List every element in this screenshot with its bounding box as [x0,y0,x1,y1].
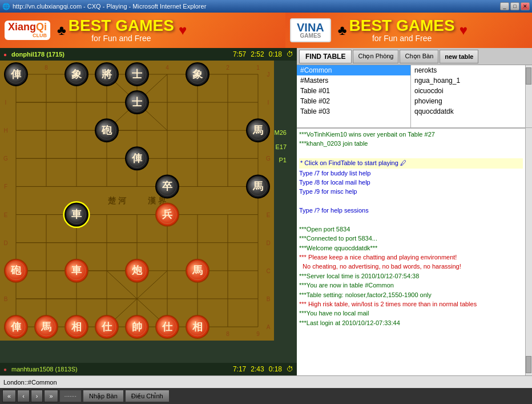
table-item-0[interactable]: #Common [297,65,410,75]
bottom-time-3: 0:18 [269,365,282,373]
chat-container: ***VoTinhKiem10 wins over yenbait on Tab… [297,128,532,375]
find-table-button[interactable]: FIND TABLE [299,50,352,63]
top-player-times: 7:57 2:52 0:18 ⏱ [233,50,293,58]
chat-area[interactable]: ***VoTinhKiem10 wins over yenbait on Tab… [297,128,525,375]
top-time-3: 0:18 [269,50,282,58]
chat-line: ***khanh_0203 join table [299,139,523,148]
bottom-player-dot: ● [3,366,7,373]
top-player-bar: ● donphil178 (1715) 7:57 2:52 0:18 ⏱ [0,48,297,61]
suit-right-1: ♣ [338,22,347,38]
chat-line: ***VoTinhKiem10 wins over yenbait on Tab… [299,130,523,139]
score-e17: E17 [275,143,287,150]
dieu-chinh-button[interactable]: Điều Chỉnh [125,390,170,402]
table-item-4[interactable]: Table #03 [297,106,410,117]
bottom-time-1: 7:17 [233,365,246,373]
table-list: #Common #Masters Table #01 Table #02 Tab… [297,65,411,127]
prev-prev-button[interactable]: « [2,390,16,402]
title-bar-title: http://vn.clubxiangqi.com - CXQ - Playin… [10,3,500,10]
banner-left: XiangQi CLUB ♣ BEST GAMES for Fun and Fr… [0,13,285,48]
chat-line: ***You are now in table #Common [299,281,523,290]
password-dots: ······· [59,390,82,402]
right-panel: FIND TABLE Chọn Phòng Chọn Bàn new table… [297,48,532,375]
chat-line [299,149,523,158]
top-time-2: 2:52 [251,50,264,58]
maximize-button[interactable]: □ [510,2,519,10]
chat-line: ***Connected to port 5834... [299,234,523,243]
banner: XiangQi CLUB ♣ BEST GAMES for Fun and Fr… [0,13,532,48]
player-item-0[interactable]: nerokts [411,65,525,75]
suit-right-2: ♥ [460,22,467,38]
score-m26: M26 [275,129,287,136]
chess-board[interactable] [0,61,274,341]
banner-text-left: BEST GAMES for Fun and Free [68,18,174,43]
title-bar-buttons: _ □ ✕ [500,2,530,10]
chat-line: Type /7 for buddy list help [299,169,523,178]
find-table-bar: FIND TABLE Chọn Phòng Chọn Bàn new table [297,48,532,65]
table-item-1[interactable]: #Masters [297,75,410,86]
score-p1: P1 [279,157,287,163]
bottom-timer-icon: ⏱ [287,365,293,373]
table-item-3[interactable]: Table #02 [297,96,410,106]
chat-line [299,197,523,206]
chat-line: ***Server local time is 2010/10/12-07:54… [299,272,523,281]
banner-text-right: BEST GAMES for Fun and Free [349,18,455,43]
chon-ban-button[interactable]: Chọn Bàn [400,50,438,63]
chat-line: No cheating, no advertising, no bad word… [299,262,523,271]
chat-line: *** Please keep a nice chatting and play… [299,253,523,262]
bottom-player-times: 7:17 2:43 0:18 ⏱ [233,365,293,373]
player-list: nerokts ngua_hoang_1 oicuocdoi phovieng … [411,65,525,127]
top-timer-icon: ⏱ [287,50,293,58]
chat-line: Type /? for help sessions [299,206,523,215]
chat-line: ***Welcome qquocddatdk*** [299,244,523,253]
chat-highlight: * Click on FindTable to start playing 🖊 [299,158,523,168]
game-panel: ● donphil178 (1715) 7:57 2:52 0:18 ⏱ M26… [0,48,297,375]
title-bar-icon: 🌐 [2,3,10,10]
chat-line: Type /9 for misc help [299,187,523,196]
suit-left-2: ♥ [179,22,187,38]
chat-line: ***You have no local mail [299,309,523,318]
top-player-dot: ● [3,51,7,58]
player-item-3[interactable]: phovieng [411,96,525,106]
table-item-2[interactable]: Table #01 [297,86,410,96]
chon-phong-button[interactable]: Chọn Phòng [353,50,398,63]
chat-scroll-thumb[interactable] [526,356,531,373]
close-button[interactable]: ✕ [521,2,530,10]
player-item-2[interactable]: oicuocdoi [411,86,525,96]
bottom-time-2: 2:43 [251,365,264,373]
status-bar: London::#Common [0,375,532,388]
scroll-thumb[interactable] [526,67,531,85]
nhap-ban-button[interactable]: Nhập Bàn [83,390,124,402]
minimize-button[interactable]: _ [500,2,509,10]
board-container: M26 E17 P1 [0,61,297,363]
top-player-name: donphil178 (1715) [11,51,65,58]
status-text: London::#Common [3,379,57,386]
next-next-button[interactable]: » [44,390,58,402]
table-list-area: #Common #Masters Table #01 Table #02 Tab… [297,65,532,128]
control-bar: « ‹ › » ······· Nhập Bàn Điều Chỉnh [0,388,532,404]
chat-line: ***Last login at 2010/10/12-07:33:44 [299,319,523,327]
bottom-player-bar: ● manhtuan1508 (1813S) 7:17 2:43 0:18 ⏱ [0,363,297,375]
player-item-1[interactable]: ngua_hoang_1 [411,75,525,86]
chat-line: Type /8 for local mail help [299,178,523,187]
chat-line: *** High risk table, win/lost is 2 times… [299,300,523,309]
bottom-player-name: manhtuan1508 (1813S) [11,366,78,373]
logo-left: XiangQi CLUB [5,21,50,40]
title-bar: 🌐 http://vn.clubxiangqi.com - CXQ - Play… [0,0,532,13]
chat-line: ***Table setting: noloser,factor2,1550-1… [299,291,523,299]
new-table-button[interactable]: new table [440,50,478,63]
chat-scrollbar[interactable] [525,128,532,375]
prev-button[interactable]: ‹ [17,390,30,402]
player-list-scrollbar[interactable] [525,65,532,127]
banner-right: VINA GAMES ♣ BEST GAMES for Fun and Free… [285,13,532,48]
vina-logo: VINA GAMES [290,18,331,42]
player-item-4[interactable]: qquocddatdk [411,106,525,117]
chat-line: ***Open port 5834 [299,225,523,234]
main-area: ● donphil178 (1715) 7:57 2:52 0:18 ⏱ M26… [0,48,532,375]
suit-left-1: ♣ [57,22,66,38]
next-button[interactable]: › [31,390,43,402]
top-time-1: 7:57 [233,50,246,58]
chat-line [299,216,523,225]
